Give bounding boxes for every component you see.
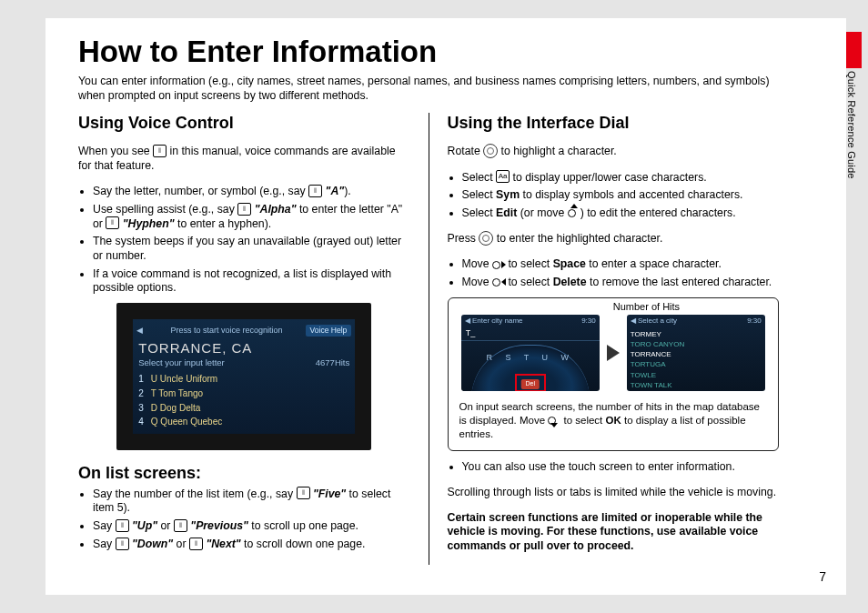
talk-icon: ⦀: [297, 487, 310, 499]
talk-icon: ⦀: [106, 216, 119, 229]
talk-icon: ⦀: [116, 519, 129, 532]
list-screens-heading: On list screens:: [78, 463, 410, 484]
move-left-icon: [492, 276, 505, 286]
voice-lead: When you see ⦀ in this manual, voice com…: [78, 145, 410, 173]
rotate-dial-icon: [483, 144, 498, 158]
talk-icon: ⦀: [174, 519, 187, 532]
two-column-layout: Using Voice Control When you see ⦀ in th…: [66, 113, 792, 565]
list-item: The system beeps if you say an unavailab…: [93, 235, 410, 263]
extra-bullet: You can also use the touch screen to ent…: [448, 460, 780, 475]
screens-callout-box: Number of Hits ◀ Enter city name9:30 T_ …: [448, 297, 780, 451]
move-down-icon: [548, 415, 560, 425]
number-of-hits-label: Number of Hits: [613, 300, 680, 313]
side-section-label: Quick Reference Guide: [846, 71, 857, 179]
page-title: How to Enter Information: [78, 35, 792, 69]
voice-help-button: Voice Help: [306, 325, 352, 337]
talk-icon: ⦀: [189, 538, 203, 550]
list-item: Say the number of the list item (e.g., s…: [93, 487, 410, 516]
box-caption: On input search screens, the number of h…: [459, 400, 768, 441]
voice-bullet-list: Say the letter, number, or symbol (e.g.,…: [78, 185, 410, 296]
list-item: If a voice command is not recognized, a …: [93, 267, 410, 296]
result-screen-thumb: ◀ Select a city9:30 TORMEY TORO CANYON T…: [627, 315, 765, 391]
manual-page: Quick Reference Guide How to Enter Infor…: [45, 18, 846, 595]
arrow-right-icon: [607, 345, 620, 361]
dial-line: Press to enter the highlighted character…: [448, 232, 780, 246]
list-screens-bullets: Say the number of the list item (e.g., s…: [78, 487, 410, 552]
dial-bullets-1: Select Aa to display upper/lower case ch…: [448, 171, 780, 221]
dial-line: Rotate to highlight a character.: [448, 145, 780, 159]
move-up-icon: [568, 207, 580, 217]
column-divider: [429, 113, 429, 565]
right-column: Using the Interface Dial Rotate to highl…: [435, 113, 792, 565]
talk-icon: ⦀: [308, 185, 322, 197]
talk-icon: ⦀: [153, 145, 167, 157]
list-item: Say ⦀ "Down" or ⦀ "Next" to scroll down …: [93, 538, 410, 552]
press-dial-icon: [479, 231, 493, 246]
page-number: 7: [819, 569, 826, 584]
red-accent-block: [846, 32, 862, 68]
talk-icon: ⦀: [237, 203, 251, 216]
voice-control-heading: Using Voice Control: [78, 113, 410, 134]
talk-icon: ⦀: [116, 538, 129, 550]
side-tab: [846, 32, 862, 70]
scroll-note: Scrolling through lists or tabs is limit…: [448, 486, 780, 500]
voice-option-list: 1U Uncle Uniform 2T Tom Tango 3D Dog Del…: [133, 370, 355, 433]
left-column: Using Voice Control When you see ⦀ in th…: [66, 113, 423, 565]
case-icon: Aa: [496, 170, 510, 183]
intro-paragraph: You can enter information (e.g., city na…: [78, 75, 792, 104]
list-item: Use spelling assist (e.g., say ⦀ "Alpha"…: [93, 203, 410, 231]
dial-bullets-2: Move to select Space to enter a space ch…: [448, 257, 780, 289]
interface-dial-heading: Using the Interface Dial: [448, 113, 780, 134]
safety-warning: Certain screen functions are limited or …: [448, 511, 780, 554]
screen-city-title: TORRANCE, CA: [133, 338, 355, 357]
list-item: Say the letter, number, or symbol (e.g.,…: [93, 185, 410, 199]
input-screen-thumb: ◀ Enter city name9:30 T_ R S T U W Del: [461, 315, 600, 391]
delete-key: Del: [520, 379, 540, 389]
voice-screen-example: ◀ Press to start voice recognition Voice…: [116, 303, 371, 449]
move-right-icon: [492, 259, 505, 269]
list-item: Say ⦀ "Up" or ⦀ "Previous" to scroll up …: [93, 519, 410, 534]
